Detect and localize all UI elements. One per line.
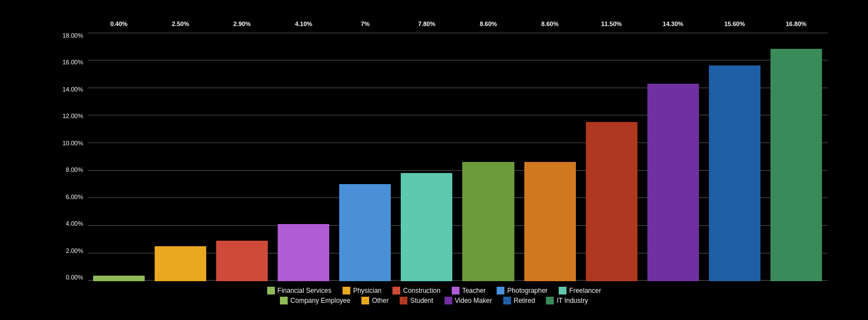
legend-color-financial-services xyxy=(267,287,275,294)
y-tick: 14.00% xyxy=(63,87,83,93)
legend-label-it-industry: IT Industry xyxy=(556,297,588,304)
bar-wrapper-freelancer: 7.80% xyxy=(401,33,452,281)
bar-value-label-teacher: 4.10% xyxy=(295,21,312,27)
legend-label-photographer: Photographer xyxy=(507,287,548,294)
bar-wrapper-video-maker: 14.30% xyxy=(647,33,699,281)
bar-photographer xyxy=(339,184,391,281)
y-tick: 4.00% xyxy=(66,221,83,227)
legend-label-teacher: Teacher xyxy=(462,287,486,294)
bar-wrapper-photographer: 7% xyxy=(339,33,391,281)
legend-color-physician xyxy=(343,287,350,294)
legend-color-video-maker xyxy=(445,297,452,304)
bar-value-label-other: 8.60% xyxy=(541,21,558,27)
bar-value-label-photographer: 7% xyxy=(361,21,370,27)
bar-it-industry xyxy=(770,49,822,281)
legend-color-photographer xyxy=(497,287,504,294)
y-axis-label xyxy=(40,33,52,281)
bar-value-label-company-employee: 8.60% xyxy=(479,21,497,27)
bar-wrapper-student: 11.50% xyxy=(586,33,637,281)
legend-item-photographer: Photographer xyxy=(497,287,548,294)
y-tick: 0.00% xyxy=(66,275,83,281)
bar-wrapper-teacher: 4.10% xyxy=(278,33,329,281)
bar-wrapper-company-employee: 8.60% xyxy=(462,33,514,281)
legend-label-retired: Retired xyxy=(514,297,535,304)
legend-label-company-employee: Company Employee xyxy=(290,297,350,304)
bar-retired xyxy=(709,65,760,281)
bar-wrapper-retired: 15.60% xyxy=(709,33,760,281)
bars-and-grid: 0.40%2.50%2.90%4.10%7%7.80%8.60%8.60%11.… xyxy=(88,33,828,281)
bar-financial-services xyxy=(93,276,145,281)
bar-wrapper-it-industry: 16.80% xyxy=(770,33,822,281)
legend-color-it-industry xyxy=(546,297,554,304)
y-axis: 18.00%16.00%14.00%12.00%10.00%8.00%6.00%… xyxy=(54,33,88,281)
bar-other xyxy=(524,162,576,281)
legend-label-student: Student xyxy=(410,297,433,304)
chart-container: 18.00%16.00%14.00%12.00%10.00%8.00%6.00%… xyxy=(18,11,850,310)
legend-color-student xyxy=(400,297,407,304)
bar-value-label-physician: 2.50% xyxy=(172,21,189,27)
bar-student xyxy=(586,122,637,281)
legend-item-it-industry: IT Industry xyxy=(546,297,588,304)
chart-body: 18.00%16.00%14.00%12.00%10.00%8.00%6.00%… xyxy=(40,33,828,281)
y-tick: 16.00% xyxy=(63,59,83,65)
legend-label-physician: Physician xyxy=(353,287,381,294)
bar-value-label-video-maker: 14.30% xyxy=(663,21,683,27)
y-tick: 2.00% xyxy=(66,248,83,254)
y-tick: 6.00% xyxy=(66,194,83,200)
y-tick: 8.00% xyxy=(66,167,83,173)
legend-item-video-maker: Video Maker xyxy=(445,297,492,304)
legend-item-physician: Physician xyxy=(343,287,381,294)
bar-construction xyxy=(216,241,268,281)
legend-color-retired xyxy=(503,297,511,304)
bar-company-employee xyxy=(462,162,514,281)
legend-color-freelancer xyxy=(559,287,566,294)
bar-value-label-financial-services: 0.40% xyxy=(110,21,127,27)
legend-color-teacher xyxy=(452,287,459,294)
legend-label-financial-services: Financial Services xyxy=(278,287,331,294)
chart-inner: 18.00%16.00%14.00%12.00%10.00%8.00%6.00%… xyxy=(54,33,828,281)
plot-area: 18.00%16.00%14.00%12.00%10.00%8.00%6.00%… xyxy=(54,33,828,281)
legend-color-company-employee xyxy=(280,297,288,304)
bar-wrapper-construction: 2.90% xyxy=(216,33,268,281)
legend-item-retired: Retired xyxy=(503,297,535,304)
legend-item-teacher: Teacher xyxy=(452,287,486,294)
legend-item-freelancer: Freelancer xyxy=(559,287,601,294)
legend-color-other xyxy=(361,297,369,304)
bar-value-label-construction: 2.90% xyxy=(233,21,251,27)
bar-value-label-retired: 15.60% xyxy=(724,21,745,27)
legend-label-video-maker: Video Maker xyxy=(455,297,492,304)
legend-label-construction: Construction xyxy=(403,287,440,294)
legend-item-company-employee: Company Employee xyxy=(280,297,350,304)
legend-item-financial-services: Financial Services xyxy=(267,287,331,294)
y-tick: 18.00% xyxy=(63,33,83,39)
legend-item-construction: Construction xyxy=(392,287,440,294)
bar-wrapper-other: 8.60% xyxy=(524,33,576,281)
bar-video-maker xyxy=(647,84,699,281)
bar-value-label-freelancer: 7.80% xyxy=(418,21,435,27)
bar-freelancer xyxy=(401,173,452,281)
bar-wrapper-physician: 2.50% xyxy=(155,33,206,281)
legend-item-student: Student xyxy=(400,297,433,304)
legend-color-construction xyxy=(392,287,400,294)
bar-physician xyxy=(155,246,206,281)
legend-label-freelancer: Freelancer xyxy=(569,287,601,294)
y-tick: 10.00% xyxy=(63,140,83,146)
bar-value-label-student: 11.50% xyxy=(601,21,622,27)
bar-teacher xyxy=(278,224,329,281)
legend-item-other: Other xyxy=(361,297,389,304)
legend-label-other: Other xyxy=(372,297,389,304)
bars-row: 0.40%2.50%2.90%4.10%7%7.80%8.60%8.60%11.… xyxy=(88,33,828,281)
legend: Financial ServicesPhysicianConstructionT… xyxy=(40,287,828,304)
y-tick: 12.00% xyxy=(63,113,83,119)
bar-value-label-it-industry: 16.80% xyxy=(786,21,806,27)
bar-wrapper-financial-services: 0.40% xyxy=(93,33,145,281)
